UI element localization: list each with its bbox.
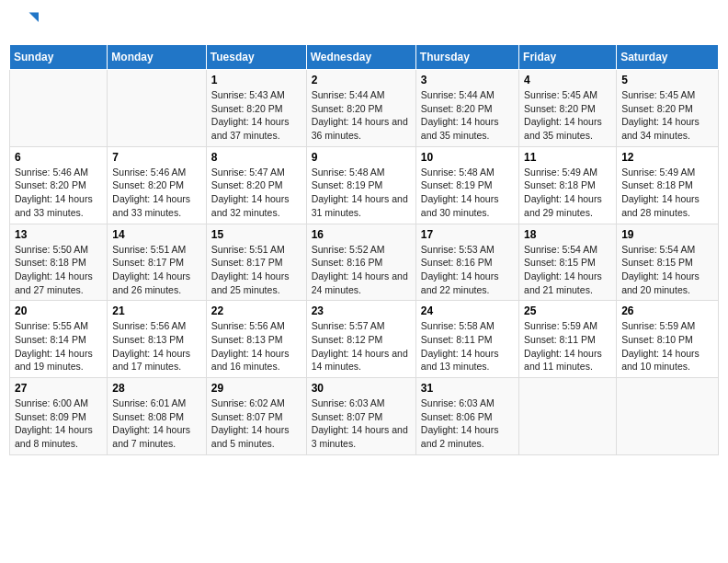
day-number: 10 bbox=[421, 151, 514, 164]
cell-info: Sunrise: 5:48 AMSunset: 8:19 PMDaylight:… bbox=[421, 166, 514, 220]
week-row-2: 6Sunrise: 5:46 AMSunset: 8:20 PMDaylight… bbox=[10, 146, 719, 224]
calendar-cell: 22Sunrise: 5:56 AMSunset: 8:13 PMDayligh… bbox=[206, 301, 306, 378]
calendar-cell: 4Sunrise: 5:45 AMSunset: 8:20 PMDaylight… bbox=[519, 70, 617, 147]
cell-info: Sunrise: 5:47 AMSunset: 8:20 PMDaylight:… bbox=[211, 166, 301, 220]
day-number: 22 bbox=[211, 304, 301, 317]
day-number: 23 bbox=[312, 304, 411, 317]
day-header-thursday: Thursday bbox=[415, 45, 518, 70]
cell-info: Sunrise: 5:46 AMSunset: 8:20 PMDaylight:… bbox=[112, 166, 200, 220]
cell-info: Sunrise: 5:49 AMSunset: 8:18 PMDaylight:… bbox=[524, 166, 611, 220]
cell-info: Sunrise: 5:52 AMSunset: 8:16 PMDaylight:… bbox=[312, 243, 411, 297]
day-number: 29 bbox=[211, 382, 301, 395]
calendar-cell: 12Sunrise: 5:49 AMSunset: 8:18 PMDayligh… bbox=[617, 146, 719, 224]
cell-info: Sunrise: 5:53 AMSunset: 8:16 PMDaylight:… bbox=[421, 243, 514, 297]
calendar-cell: 21Sunrise: 5:56 AMSunset: 8:13 PMDayligh… bbox=[108, 301, 206, 378]
day-number: 11 bbox=[524, 151, 611, 164]
week-row-1: 1Sunrise: 5:43 AMSunset: 8:20 PMDaylight… bbox=[10, 70, 719, 147]
cell-info: Sunrise: 5:55 AMSunset: 8:14 PMDaylight:… bbox=[15, 319, 102, 373]
cell-info: Sunrise: 5:58 AMSunset: 8:11 PMDaylight:… bbox=[421, 319, 514, 373]
day-header-sunday: Sunday bbox=[10, 45, 108, 70]
day-number: 27 bbox=[15, 382, 102, 395]
day-number: 14 bbox=[112, 228, 200, 241]
calendar-cell bbox=[10, 70, 108, 147]
cell-info: Sunrise: 5:48 AMSunset: 8:19 PMDaylight:… bbox=[312, 166, 411, 220]
cell-info: Sunrise: 5:45 AMSunset: 8:20 PMDaylight:… bbox=[524, 88, 611, 143]
day-number: 2 bbox=[312, 74, 411, 86]
cell-info: Sunrise: 6:03 AMSunset: 8:06 PMDaylight:… bbox=[421, 396, 514, 451]
calendar-cell bbox=[108, 70, 206, 147]
calendar-cell: 19Sunrise: 5:54 AMSunset: 8:15 PMDayligh… bbox=[617, 224, 719, 301]
calendar-cell: 14Sunrise: 5:51 AMSunset: 8:17 PMDayligh… bbox=[108, 224, 206, 301]
day-header-friday: Friday bbox=[519, 45, 617, 70]
day-number: 17 bbox=[421, 228, 514, 241]
cell-info: Sunrise: 5:50 AMSunset: 8:18 PMDaylight:… bbox=[15, 243, 102, 297]
day-number: 1 bbox=[211, 74, 301, 86]
day-number: 5 bbox=[621, 74, 713, 86]
day-number: 7 bbox=[112, 151, 200, 164]
calendar-cell: 9Sunrise: 5:48 AMSunset: 8:19 PMDaylight… bbox=[306, 146, 415, 224]
cell-info: Sunrise: 5:49 AMSunset: 8:18 PMDaylight:… bbox=[621, 166, 713, 220]
day-number: 19 bbox=[621, 228, 713, 241]
cell-info: Sunrise: 5:51 AMSunset: 8:17 PMDaylight:… bbox=[112, 243, 200, 297]
day-number: 4 bbox=[524, 74, 611, 86]
calendar-cell: 7Sunrise: 5:46 AMSunset: 8:20 PMDaylight… bbox=[108, 146, 206, 224]
calendar-cell: 31Sunrise: 6:03 AMSunset: 8:06 PMDayligh… bbox=[415, 378, 518, 455]
cell-info: Sunrise: 5:44 AMSunset: 8:20 PMDaylight:… bbox=[421, 88, 514, 143]
calendar-cell: 23Sunrise: 5:57 AMSunset: 8:12 PMDayligh… bbox=[306, 301, 415, 378]
calendar-cell: 11Sunrise: 5:49 AMSunset: 8:18 PMDayligh… bbox=[519, 146, 617, 224]
calendar-cell: 30Sunrise: 6:03 AMSunset: 8:07 PMDayligh… bbox=[306, 378, 415, 455]
cell-info: Sunrise: 6:03 AMSunset: 8:07 PMDaylight:… bbox=[312, 396, 411, 451]
calendar-cell: 3Sunrise: 5:44 AMSunset: 8:20 PMDaylight… bbox=[415, 70, 518, 147]
calendar-cell: 16Sunrise: 5:52 AMSunset: 8:16 PMDayligh… bbox=[306, 224, 415, 301]
calendar-cell: 1Sunrise: 5:43 AMSunset: 8:20 PMDaylight… bbox=[206, 70, 306, 147]
cell-info: Sunrise: 5:45 AMSunset: 8:20 PMDaylight:… bbox=[621, 88, 713, 143]
calendar-cell: 27Sunrise: 6:00 AMSunset: 8:09 PMDayligh… bbox=[10, 378, 108, 455]
day-header-tuesday: Tuesday bbox=[206, 45, 306, 70]
calendar-cell: 13Sunrise: 5:50 AMSunset: 8:18 PMDayligh… bbox=[10, 224, 108, 301]
cell-info: Sunrise: 6:01 AMSunset: 8:08 PMDaylight:… bbox=[112, 396, 200, 451]
cell-info: Sunrise: 5:54 AMSunset: 8:15 PMDaylight:… bbox=[621, 243, 713, 297]
calendar-cell: 18Sunrise: 5:54 AMSunset: 8:15 PMDayligh… bbox=[519, 224, 617, 301]
calendar-cell: 2Sunrise: 5:44 AMSunset: 8:20 PMDaylight… bbox=[306, 70, 415, 147]
day-number: 8 bbox=[211, 151, 301, 164]
calendar-cell bbox=[617, 378, 719, 455]
cell-info: Sunrise: 5:54 AMSunset: 8:15 PMDaylight:… bbox=[524, 243, 611, 297]
day-number: 13 bbox=[15, 228, 102, 241]
day-number: 9 bbox=[312, 151, 411, 164]
page-header bbox=[9, 9, 719, 35]
day-header-saturday: Saturday bbox=[617, 45, 719, 70]
calendar-cell: 10Sunrise: 5:48 AMSunset: 8:19 PMDayligh… bbox=[415, 146, 518, 224]
cell-info: Sunrise: 5:51 AMSunset: 8:17 PMDaylight:… bbox=[211, 243, 301, 297]
logo-icon bbox=[13, 9, 39, 35]
week-row-3: 13Sunrise: 5:50 AMSunset: 8:18 PMDayligh… bbox=[10, 224, 719, 301]
day-number: 21 bbox=[112, 304, 200, 317]
calendar-cell: 29Sunrise: 6:02 AMSunset: 8:07 PMDayligh… bbox=[206, 378, 306, 455]
day-number: 30 bbox=[312, 382, 411, 395]
calendar-cell: 28Sunrise: 6:01 AMSunset: 8:08 PMDayligh… bbox=[108, 378, 206, 455]
cell-info: Sunrise: 5:56 AMSunset: 8:13 PMDaylight:… bbox=[211, 319, 301, 373]
day-number: 25 bbox=[524, 304, 611, 317]
day-header-wednesday: Wednesday bbox=[306, 45, 415, 70]
cell-info: Sunrise: 6:00 AMSunset: 8:09 PMDaylight:… bbox=[15, 396, 102, 451]
cell-info: Sunrise: 5:46 AMSunset: 8:20 PMDaylight:… bbox=[15, 166, 102, 220]
calendar-table: SundayMondayTuesdayWednesdayThursdayFrid… bbox=[9, 44, 719, 455]
cell-info: Sunrise: 5:43 AMSunset: 8:20 PMDaylight:… bbox=[211, 88, 301, 143]
cell-info: Sunrise: 5:57 AMSunset: 8:12 PMDaylight:… bbox=[312, 319, 411, 373]
calendar-cell: 25Sunrise: 5:59 AMSunset: 8:11 PMDayligh… bbox=[519, 301, 617, 378]
days-header-row: SundayMondayTuesdayWednesdayThursdayFrid… bbox=[10, 45, 719, 70]
cell-info: Sunrise: 5:44 AMSunset: 8:20 PMDaylight:… bbox=[312, 88, 411, 143]
day-number: 24 bbox=[421, 304, 514, 317]
calendar-cell: 5Sunrise: 5:45 AMSunset: 8:20 PMDaylight… bbox=[617, 70, 719, 147]
day-number: 31 bbox=[421, 382, 514, 395]
day-number: 3 bbox=[421, 74, 514, 86]
calendar-cell: 24Sunrise: 5:58 AMSunset: 8:11 PMDayligh… bbox=[415, 301, 518, 378]
day-number: 20 bbox=[15, 304, 102, 317]
day-number: 6 bbox=[15, 151, 102, 164]
day-number: 26 bbox=[621, 304, 713, 317]
calendar-cell: 26Sunrise: 5:59 AMSunset: 8:10 PMDayligh… bbox=[617, 301, 719, 378]
day-number: 16 bbox=[312, 228, 411, 241]
svg-marker-0 bbox=[29, 13, 40, 23]
calendar-cell: 17Sunrise: 5:53 AMSunset: 8:16 PMDayligh… bbox=[415, 224, 518, 301]
week-row-4: 20Sunrise: 5:55 AMSunset: 8:14 PMDayligh… bbox=[10, 301, 719, 378]
day-number: 12 bbox=[621, 151, 713, 164]
